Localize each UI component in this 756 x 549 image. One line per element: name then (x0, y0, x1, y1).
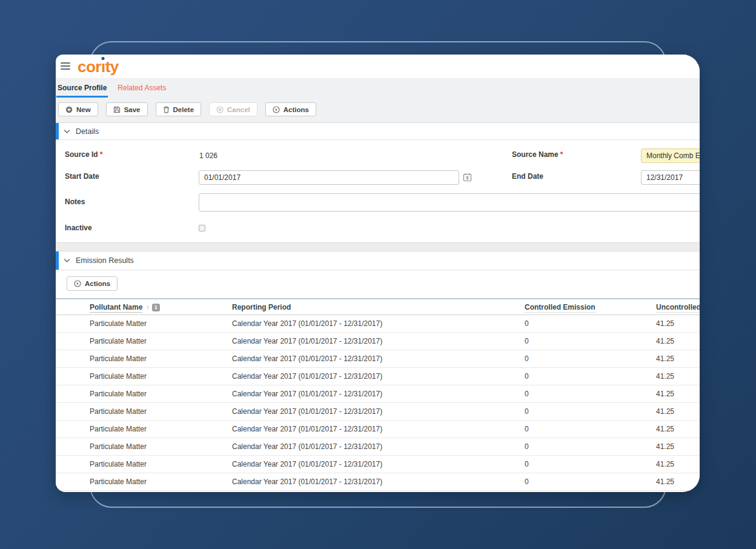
pollutant-name-cell: Particulate Matter (90, 460, 147, 468)
controlled-emission-cell: 0 (525, 337, 529, 345)
plus-circle-icon (65, 106, 73, 113)
emission-results-accent-bar (56, 251, 59, 270)
emission-results-section-header[interactable]: Emission Results (56, 251, 700, 270)
reporting-period-cell: Calendar Year 2017 (01/01/2017 - 12/31/2… (232, 354, 382, 363)
table-row[interactable]: Particulate Matter Calendar Year 2017 (0… (56, 456, 700, 473)
hamburger-menu-icon[interactable] (61, 62, 70, 70)
table-row[interactable]: Particulate Matter Calendar Year 2017 (0… (56, 473, 700, 491)
controlled-emission-cell: 0 (525, 425, 529, 433)
table-row[interactable]: Particulate Matter Calendar Year 2017 (0… (56, 438, 700, 456)
start-date-calendar-button[interactable] (462, 173, 472, 182)
sort-order-badge: 1 (152, 304, 160, 311)
section-divider (56, 242, 700, 251)
uncontrolled-emission-cell: 41.25 (656, 477, 674, 486)
controlled-emission-cell: 0 (525, 407, 529, 416)
notes-input[interactable] (199, 193, 700, 211)
chevron-down-icon[interactable] (64, 259, 70, 263)
table-row[interactable]: Particulate Matter Calendar Year 2017 (0… (56, 333, 700, 350)
actions-button[interactable]: Actions (265, 102, 316, 116)
table-row[interactable]: Particulate Matter Calendar Year 2017 (0… (56, 385, 700, 403)
page-background: { "ui": { "required_marker": "*" }, "bra… (0, 0, 756, 549)
controlled-emission-cell: 0 (525, 460, 529, 468)
table-row[interactable]: Particulate Matter Calendar Year 2017 (0… (56, 315, 700, 333)
controlled-emission-cell: 0 (525, 354, 529, 363)
source-name-input[interactable] (641, 148, 700, 163)
calendar-icon (463, 173, 472, 182)
reporting-period-cell: Calendar Year 2017 (01/01/2017 - 12/31/2… (232, 460, 382, 468)
play-circle-icon (74, 280, 81, 287)
table-row[interactable]: Particulate Matter Calendar Year 2017 (0… (56, 421, 700, 438)
reporting-period-cell: Calendar Year 2017 (01/01/2017 - 12/31/2… (232, 390, 382, 398)
reporting-period-cell: Calendar Year 2017 (01/01/2017 - 12/31/2… (232, 319, 382, 328)
uncontrolled-emission-cell: 41.25 (656, 425, 674, 433)
start-date-input[interactable] (199, 170, 459, 185)
source-id-label: Source Id* (65, 150, 102, 159)
required-asterisk: * (560, 150, 563, 159)
pollutant-name-cell: Particulate Matter (90, 319, 147, 328)
grid-actions-button[interactable]: Actions (67, 276, 118, 291)
pollutant-name-cell: Particulate Matter (90, 477, 147, 486)
emission-results-section-title: Emission Results (76, 256, 134, 265)
delete-button[interactable]: Delete (156, 102, 202, 116)
column-header-controlled-emission[interactable]: Controlled Emission (525, 303, 595, 311)
controlled-emission-cell: 0 (525, 319, 529, 328)
tab-source-profile[interactable]: Source Profile (56, 82, 108, 98)
table-header-row: Pollutant Name↑1 Reporting Period Contro… (56, 298, 700, 315)
end-date-label: End Date (512, 172, 543, 181)
uncontrolled-emission-cell: 41.25 (656, 460, 674, 468)
end-date-input[interactable] (641, 170, 700, 185)
controlled-emission-cell: 0 (525, 477, 529, 486)
details-section-title: Details (76, 127, 99, 136)
controlled-emission-cell: 0 (525, 372, 529, 381)
reporting-period-cell: Calendar Year 2017 (01/01/2017 - 12/31/2… (232, 372, 382, 381)
cancel-button[interactable]: Cancel (209, 102, 257, 116)
reporting-period-cell: Calendar Year 2017 (01/01/2017 - 12/31/2… (232, 477, 382, 486)
uncontrolled-emission-cell: 41.25 (656, 319, 674, 328)
table-row[interactable]: Particulate Matter Calendar Year 2017 (0… (56, 350, 700, 368)
pollutant-name-cell: Particulate Matter (90, 407, 147, 416)
start-date-label: Start Date (65, 172, 99, 181)
pollutant-name-cell: Particulate Matter (90, 372, 147, 381)
required-asterisk: * (100, 150, 103, 159)
table-row[interactable]: Particulate Matter Calendar Year 2017 (0… (56, 403, 700, 421)
table-row[interactable]: Particulate Matter Calendar Year 2017 (0… (56, 368, 700, 385)
inactive-checkbox[interactable] (199, 225, 205, 231)
inactive-label: Inactive (65, 224, 92, 232)
emission-results-table: Pollutant Name↑1 Reporting Period Contro… (56, 298, 700, 491)
reporting-period-cell: Calendar Year 2017 (01/01/2017 - 12/31/2… (232, 442, 382, 451)
chevron-down-icon[interactable] (64, 129, 70, 133)
new-button-label: New (76, 106, 91, 113)
details-section-header[interactable]: Details (56, 123, 700, 140)
reporting-period-cell: Calendar Year 2017 (01/01/2017 - 12/31/2… (232, 407, 382, 416)
pollutant-name-cell: Particulate Matter (90, 354, 147, 363)
table-body: Particulate Matter Calendar Year 2017 (0… (56, 315, 700, 491)
cority-logo: corıty (78, 58, 119, 76)
app-header: corıty (56, 55, 700, 79)
save-floppy-icon (113, 106, 121, 113)
pollutant-name-cell: Particulate Matter (90, 442, 147, 451)
uncontrolled-emission-cell: 41.25 (656, 407, 674, 416)
save-button-label: Save (124, 106, 141, 113)
tab-toolbar-strip: Source Profile Related Assets New Save D… (56, 79, 700, 123)
uncontrolled-emission-cell: 41.25 (656, 372, 674, 381)
source-name-label: Source Name* (512, 150, 563, 159)
logo-blue-dot (102, 57, 105, 60)
record-toolbar: New Save Delete Cancel Actions (58, 102, 316, 116)
grid-actions-button-label: Actions (85, 280, 110, 287)
cancel-circle-icon (216, 106, 224, 113)
reporting-period-cell: Calendar Year 2017 (01/01/2017 - 12/31/2… (232, 425, 382, 433)
sort-ascending-icon[interactable]: ↑ (146, 304, 150, 311)
tab-related-assets[interactable]: Related Assets (116, 82, 167, 98)
cancel-button-label: Cancel (227, 106, 250, 113)
new-button[interactable]: New (58, 102, 98, 116)
column-header-pollutant-name[interactable]: Pollutant Name↑1 (90, 303, 160, 311)
column-header-uncontrolled-emission[interactable]: Uncontrolled Emission (656, 303, 700, 311)
play-circle-icon (273, 106, 280, 113)
column-header-reporting-period[interactable]: Reporting Period (232, 303, 291, 311)
save-button[interactable]: Save (106, 102, 148, 116)
logo-text-end: ty (105, 58, 119, 76)
pollutant-name-cell: Particulate Matter (90, 337, 147, 345)
uncontrolled-emission-cell: 41.25 (656, 354, 674, 363)
controlled-emission-cell: 0 (525, 442, 529, 451)
actions-button-label: Actions (284, 106, 309, 113)
